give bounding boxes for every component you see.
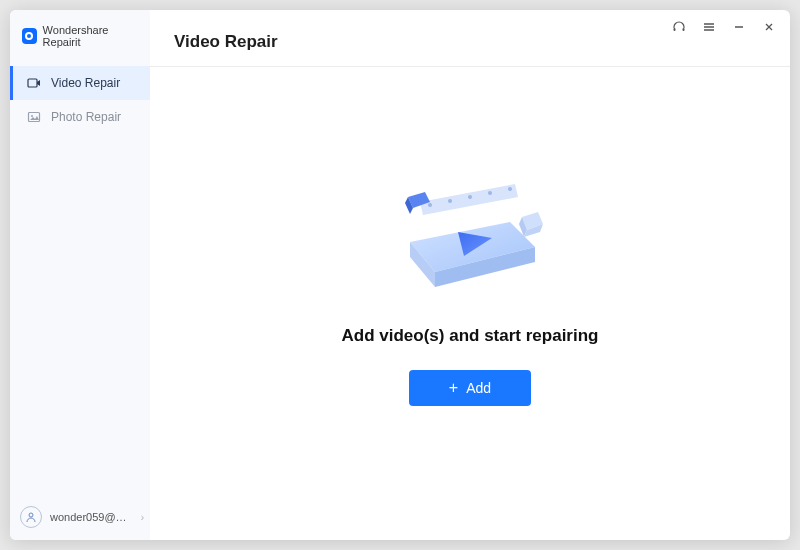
page-title: Video Repair <box>174 32 766 52</box>
plus-icon: + <box>449 380 458 396</box>
svg-rect-2 <box>28 79 37 87</box>
empty-state-subtitle: Add video(s) and start repairing <box>342 326 599 346</box>
sidebar-item-video-repair[interactable]: Video Repair <box>10 66 150 100</box>
close-icon[interactable] <box>762 20 776 34</box>
svg-point-15 <box>448 199 452 203</box>
chevron-right-icon: › <box>141 512 144 523</box>
user-display-name: wonder059@16... <box>50 511 133 523</box>
hamburger-menu-icon[interactable] <box>702 20 716 34</box>
sidebar: Wondershare Repairit Video Repair Photo … <box>10 10 150 540</box>
svg-rect-7 <box>683 28 685 31</box>
svg-point-16 <box>468 195 472 199</box>
main-area: Video Repair <box>150 10 790 540</box>
video-icon <box>27 76 41 90</box>
sidebar-item-photo-repair[interactable]: Photo Repair <box>10 100 150 134</box>
headset-icon[interactable] <box>672 20 686 34</box>
sidebar-item-label: Photo Repair <box>51 110 121 124</box>
window-controls <box>672 20 776 34</box>
add-button-label: Add <box>466 380 491 396</box>
svg-rect-3 <box>29 113 40 122</box>
photo-icon <box>27 110 41 124</box>
svg-point-1 <box>27 34 31 38</box>
empty-state: Add video(s) and start repairing + Add <box>150 67 790 540</box>
svg-point-5 <box>29 513 33 517</box>
svg-point-4 <box>31 115 33 117</box>
app-window: Wondershare Repairit Video Repair Photo … <box>10 10 790 540</box>
avatar-icon <box>20 506 42 528</box>
brand-logo-icon <box>22 28 37 44</box>
svg-point-17 <box>488 191 492 195</box>
add-button[interactable]: + Add <box>409 370 531 406</box>
svg-point-14 <box>428 203 432 207</box>
video-illustration-icon <box>380 162 560 302</box>
minimize-icon[interactable] <box>732 20 746 34</box>
svg-rect-6 <box>674 28 676 31</box>
brand-row: Wondershare Repairit <box>10 10 150 66</box>
svg-point-18 <box>508 187 512 191</box>
sidebar-item-label: Video Repair <box>51 76 120 90</box>
page-header: Video Repair <box>150 10 790 67</box>
brand-name: Wondershare Repairit <box>43 24 140 48</box>
user-account-row[interactable]: wonder059@16... › <box>20 506 144 528</box>
